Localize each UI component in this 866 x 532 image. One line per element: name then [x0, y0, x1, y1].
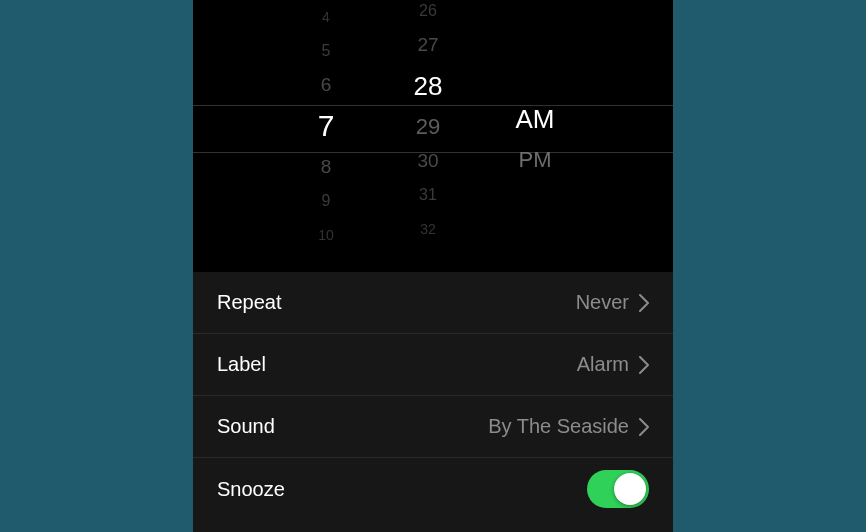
sound-label: Sound [217, 415, 275, 438]
repeat-value: Never [576, 291, 649, 314]
snooze-toggle[interactable] [587, 470, 649, 508]
minute-option[interactable]: 27 [393, 28, 463, 62]
hour-option[interactable]: 9 [291, 184, 361, 218]
snooze-row: Snooze [193, 458, 673, 520]
picker-columns: 4 5 6 7 8 9 10 25 26 27 28 29 30 31 [193, 0, 673, 272]
alarm-edit-screen: 4 5 6 7 8 9 10 25 26 27 28 29 30 31 [193, 0, 673, 532]
hour-option[interactable]: 10 [291, 218, 361, 252]
meridiem-option[interactable]: PM [495, 143, 575, 177]
minute-option-selected[interactable]: 28 [393, 62, 463, 110]
toggle-knob [614, 473, 646, 505]
label-row[interactable]: Label Alarm [193, 334, 673, 396]
alarm-settings-list: Repeat Never Label Alarm Sound By The Se… [193, 272, 673, 532]
hour-column[interactable]: 4 5 6 7 8 9 10 [291, 0, 361, 272]
minute-option[interactable]: 30 [393, 144, 463, 178]
hour-option[interactable]: 5 [291, 34, 361, 68]
hour-option[interactable]: 8 [291, 150, 361, 184]
meridiem-option-selected[interactable]: AM [495, 95, 575, 143]
minute-option[interactable]: 26 [393, 0, 463, 28]
hour-option[interactable]: 4 [291, 0, 361, 34]
hour-option-selected[interactable]: 7 [291, 102, 361, 150]
minute-option[interactable]: 29 [393, 110, 463, 144]
chevron-right-icon [639, 356, 649, 374]
hour-option[interactable]: 6 [291, 68, 361, 102]
sound-row[interactable]: Sound By The Seaside [193, 396, 673, 458]
minute-option[interactable]: 31 [393, 178, 463, 212]
sound-value: By The Seaside [488, 415, 649, 438]
label-value: Alarm [577, 353, 649, 376]
chevron-right-icon [639, 294, 649, 312]
minute-option[interactable]: 32 [393, 212, 463, 246]
repeat-value-text: Never [576, 291, 629, 314]
repeat-row[interactable]: Repeat Never [193, 272, 673, 334]
minute-column[interactable]: 25 26 27 28 29 30 31 32 [393, 0, 463, 272]
label-label: Label [217, 353, 266, 376]
chevron-right-icon [639, 418, 649, 436]
meridiem-column[interactable]: AM PM [495, 0, 575, 272]
snooze-label: Snooze [217, 478, 285, 501]
time-picker[interactable]: 4 5 6 7 8 9 10 25 26 27 28 29 30 31 [193, 0, 673, 272]
label-value-text: Alarm [577, 353, 629, 376]
repeat-label: Repeat [217, 291, 282, 314]
sound-value-text: By The Seaside [488, 415, 629, 438]
